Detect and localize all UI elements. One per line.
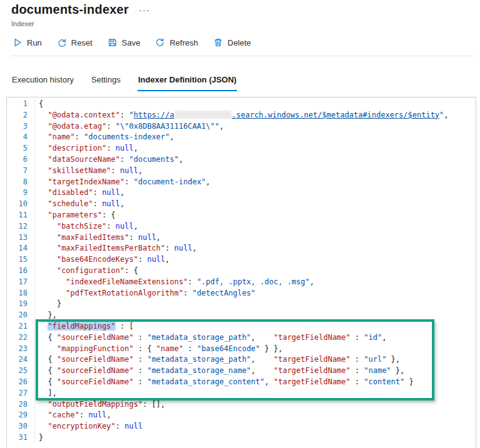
line-number: 20 bbox=[7, 310, 35, 321]
indexer-blade: documents-indexer ··· Indexer Run Reset … bbox=[0, 0, 480, 448]
code-line: 10 "schedule": null, bbox=[7, 199, 476, 210]
code-lines: 1{2 "@odata.context": "https://a.search.… bbox=[7, 99, 476, 444]
line-number: 15 bbox=[7, 254, 35, 266]
code-line: 26 { "sourceFieldName" : "metadata_stora… bbox=[7, 377, 476, 388]
line-number: 22 bbox=[7, 332, 35, 344]
code-text: "dataSourceName": "documents", bbox=[35, 154, 183, 166]
toolbar-divider bbox=[11, 56, 472, 56]
line-number: 17 bbox=[7, 277, 35, 288]
more-options-button[interactable]: ··· bbox=[139, 4, 150, 16]
refresh-label: Refresh bbox=[169, 38, 198, 47]
save-icon bbox=[108, 37, 118, 47]
code-text: "base64EncodeKeys": null, bbox=[35, 254, 170, 266]
line-number: 8 bbox=[7, 177, 35, 188]
code-text: { "sourceFieldName" : "metadata_storage_… bbox=[35, 332, 386, 344]
code-text: { "sourceFieldName" : "metadata_storage_… bbox=[35, 377, 414, 388]
code-text: "batchSize": null, bbox=[35, 221, 138, 232]
line-number: 4 bbox=[7, 132, 35, 143]
code-line: 21 "fieldMappings" : [ bbox=[7, 321, 476, 332]
json-editor[interactable]: 1{2 "@odata.context": "https://a.search.… bbox=[6, 97, 476, 448]
ellipsis-icon: ··· bbox=[139, 4, 150, 15]
code-line: 20 }, bbox=[7, 310, 476, 321]
command-bar: Run Reset Save Refresh Delete bbox=[11, 36, 252, 49]
reset-button[interactable]: Reset bbox=[56, 36, 94, 49]
code-text: ], bbox=[35, 388, 57, 399]
code-line: 7 "skillsetName": null, bbox=[7, 166, 476, 177]
code-text: "encryptionKey": null bbox=[35, 421, 142, 432]
code-line: 13 "maxFailedItems": null, bbox=[7, 232, 476, 244]
delete-button[interactable]: Delete bbox=[212, 36, 252, 49]
code-text: "fieldMappings" : [ bbox=[35, 321, 134, 332]
line-number: 12 bbox=[7, 221, 35, 232]
save-label: Save bbox=[122, 38, 141, 47]
code-text: { "sourceFieldName" : "metadata_storage_… bbox=[35, 366, 404, 377]
line-number: 14 bbox=[7, 243, 35, 254]
line-number: 31 bbox=[7, 432, 35, 444]
reset-label: Reset bbox=[71, 38, 92, 47]
line-number: 23 bbox=[7, 344, 35, 355]
code-line: 8 "targetIndexName": "document-index", bbox=[7, 177, 476, 188]
code-line: 28 "outputFieldMappings": [], bbox=[7, 399, 476, 411]
code-line: 27 ], bbox=[7, 388, 476, 399]
trash-icon bbox=[213, 37, 223, 47]
code-line: 16 "configuration": { bbox=[7, 266, 476, 277]
code-text: "schedule": null, bbox=[35, 199, 124, 210]
line-number: 10 bbox=[7, 199, 35, 210]
code-text: "maxFailedItems": null, bbox=[35, 232, 161, 244]
run-label: Run bbox=[27, 38, 42, 47]
code-line: 24 { "sourceFieldName" : "metadata_stora… bbox=[7, 354, 476, 366]
code-line: 14 "maxFailedItemsPerBatch": null, bbox=[7, 243, 476, 254]
code-text: "mappingFunction" : { "name" : "base64En… bbox=[35, 344, 282, 355]
line-number: 29 bbox=[7, 410, 35, 421]
code-text: "outputFieldMappings": [], bbox=[35, 399, 165, 411]
reset-icon bbox=[57, 37, 67, 47]
line-number: 24 bbox=[7, 354, 35, 366]
line-number: 30 bbox=[7, 421, 35, 432]
line-number: 27 bbox=[7, 388, 35, 399]
line-number: 5 bbox=[7, 143, 35, 154]
code-text: "name": "documents-indexer", bbox=[35, 132, 174, 143]
code-line: 6 "dataSourceName": "documents", bbox=[7, 154, 476, 166]
code-text: "parameters": { bbox=[35, 210, 116, 221]
code-line: 5 "description": null, bbox=[7, 143, 476, 154]
code-line: 11 "parameters": { bbox=[7, 210, 476, 221]
line-number: 1 bbox=[7, 99, 35, 110]
line-number: 18 bbox=[7, 288, 35, 299]
code-text: "description": null, bbox=[35, 143, 138, 154]
code-text: } bbox=[35, 432, 43, 444]
code-text: "@odata.etag": "\"0x8DB8AA31116CAA1\"", bbox=[35, 121, 224, 132]
code-text: "cache": null, bbox=[35, 410, 111, 421]
tab-execution-history[interactable]: Execution history bbox=[11, 75, 74, 91]
refresh-button[interactable]: Refresh bbox=[154, 36, 199, 49]
code-line: 22 { "sourceFieldName" : "metadata_stora… bbox=[7, 332, 476, 344]
code-text: { bbox=[35, 99, 43, 110]
code-text: }, bbox=[35, 310, 57, 321]
code-line: 9 "disabled": null, bbox=[7, 187, 476, 199]
line-number: 28 bbox=[7, 399, 35, 411]
line-number: 16 bbox=[7, 266, 35, 277]
code-line: 29 "cache": null, bbox=[7, 410, 476, 421]
code-text: "@odata.context": "https://a.search.wind… bbox=[35, 110, 449, 121]
line-number: 3 bbox=[7, 121, 35, 132]
code-text: } bbox=[35, 299, 61, 310]
tab-settings[interactable]: Settings bbox=[91, 75, 121, 91]
code-line: 31} bbox=[7, 432, 476, 444]
run-button[interactable]: Run bbox=[11, 36, 43, 49]
code-text: "pdfTextRotationAlgorithm": "detectAngle… bbox=[35, 288, 256, 299]
line-number: 7 bbox=[7, 166, 35, 177]
code-text: "maxFailedItemsPerBatch": null, bbox=[35, 243, 197, 254]
redacted-region bbox=[175, 111, 231, 119]
refresh-icon bbox=[155, 37, 165, 47]
code-line: 25 { "sourceFieldName" : "metadata_stora… bbox=[7, 366, 476, 377]
line-number: 9 bbox=[7, 187, 35, 199]
tab-indexer-definition-json[interactable]: Indexer Definition (JSON) bbox=[138, 75, 237, 91]
code-line: 30 "encryptionKey": null bbox=[7, 421, 476, 432]
code-text: "targetIndexName": "document-index", bbox=[35, 177, 211, 188]
line-number: 6 bbox=[7, 154, 35, 166]
code-text: "indexedFileNameExtensions": ".pdf, .ppt… bbox=[35, 277, 314, 288]
line-number: 25 bbox=[7, 366, 35, 377]
play-icon bbox=[12, 37, 22, 47]
delete-label: Delete bbox=[228, 38, 251, 47]
code-line: 15 "base64EncodeKeys": null, bbox=[7, 254, 476, 266]
save-button[interactable]: Save bbox=[106, 36, 142, 49]
